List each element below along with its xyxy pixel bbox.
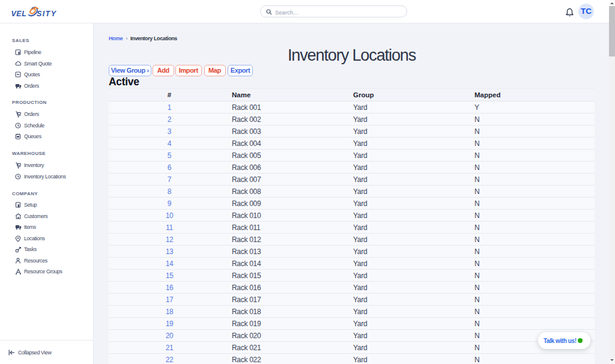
svg-text:SITY: SITY xyxy=(37,10,57,18)
svg-text:VEL: VEL xyxy=(11,10,27,18)
